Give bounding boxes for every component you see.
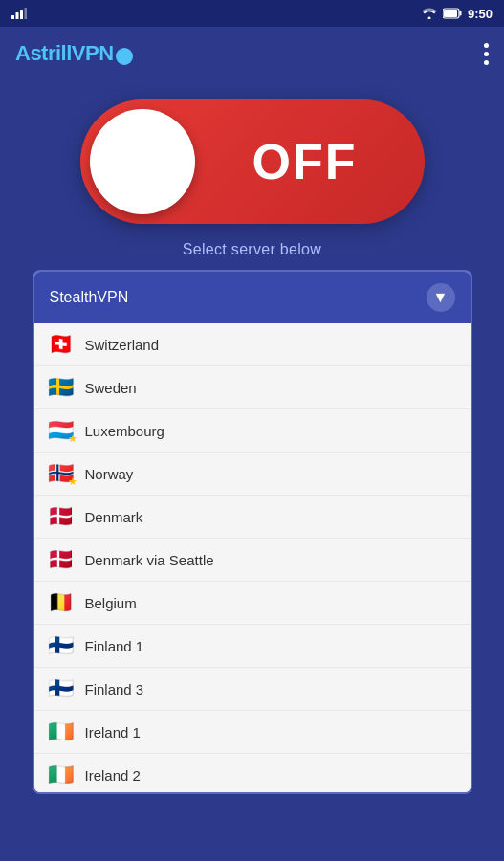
server-container: StealthVPN ▼ 🇨🇭Switzerland🇸🇪Sweden🇱🇺★Lux… — [33, 270, 472, 794]
server-name-finland1: Finland 1 — [85, 638, 144, 654]
server-name-luxembourg: Luxembourg — [85, 423, 164, 439]
overflow-menu-icon[interactable] — [484, 43, 489, 65]
flag-finland3: 🇫🇮 — [48, 676, 74, 700]
star-icon: ★ — [68, 475, 77, 488]
flag-denmark-seattle: 🇩🇰 — [48, 547, 74, 571]
server-item-sweden[interactable]: 🇸🇪Sweden — [34, 366, 471, 409]
logo-badge: ® — [116, 48, 133, 65]
flag-switzerland: 🇨🇭 — [48, 332, 74, 356]
server-item-switzerland[interactable]: 🇨🇭Switzerland — [34, 323, 471, 366]
server-item-belgium[interactable]: 🇧🇪Belgium — [34, 582, 471, 625]
server-name-ireland2: Ireland 2 — [85, 767, 141, 784]
app-logo: AstrillVPN® — [15, 41, 133, 66]
server-name-finland3: Finland 3 — [85, 681, 144, 697]
battery-icon — [443, 8, 462, 19]
wifi-icon — [422, 8, 437, 19]
svg-rect-1 — [16, 12, 19, 19]
server-name-belgium: Belgium — [85, 595, 137, 611]
status-bar-right: 9:50 — [422, 7, 493, 21]
server-name-sweden: Sweden — [85, 380, 137, 396]
server-item-finland3[interactable]: 🇫🇮Finland 3 — [34, 668, 471, 711]
flag-ireland2: 🇮🇪 — [48, 762, 74, 786]
flag-belgium: 🇧🇪 — [48, 590, 74, 614]
status-bar-left — [11, 8, 27, 19]
logo-astrill: Astrill — [15, 41, 72, 65]
protocol-label: StealthVPN — [50, 289, 129, 306]
star-icon: ★ — [68, 432, 77, 445]
top-bar: AstrillVPN® — [0, 27, 504, 80]
server-name-denmark-seattle: Denmark via Seattle — [85, 552, 214, 568]
server-name-switzerland: Switzerland — [85, 337, 160, 353]
server-list: 🇨🇭Switzerland🇸🇪Sweden🇱🇺★Luxembourg🇳🇴★Nor… — [34, 323, 471, 792]
server-item-finland1[interactable]: 🇫🇮Finland 1 — [34, 625, 471, 668]
svg-rect-3 — [25, 8, 28, 19]
server-item-luxembourg[interactable]: 🇱🇺★Luxembourg — [34, 409, 471, 453]
server-item-norway[interactable]: 🇳🇴★Norway — [34, 453, 471, 496]
svg-rect-6 — [444, 10, 457, 17]
status-bar: 9:50 — [0, 0, 504, 27]
server-item-denmark[interactable]: 🇩🇰Denmark — [34, 496, 471, 539]
flag-finland1: 🇫🇮 — [48, 633, 74, 657]
server-name-ireland1: Ireland 1 — [85, 724, 141, 740]
server-name-denmark: Denmark — [85, 509, 143, 525]
flag-sweden: 🇸🇪 — [48, 375, 74, 399]
server-item-denmark-seattle[interactable]: 🇩🇰Denmark via Seattle — [34, 539, 471, 582]
main-content: OFF Select server below StealthVPN ▼ 🇨🇭S… — [0, 80, 504, 804]
flag-ireland1: 🇮🇪 — [48, 719, 74, 743]
server-item-ireland2[interactable]: 🇮🇪Ireland 2 — [34, 754, 471, 792]
svg-rect-0 — [11, 15, 14, 19]
select-server-label: Select server below — [183, 241, 321, 258]
svg-rect-5 — [459, 11, 461, 16]
flag-denmark: 🇩🇰 — [48, 504, 74, 528]
logo-vpn: VPN — [72, 41, 114, 65]
svg-rect-2 — [20, 10, 23, 19]
vpn-toggle[interactable]: OFF — [80, 99, 425, 224]
toggle-label: OFF — [195, 133, 415, 190]
protocol-selector[interactable]: StealthVPN ▼ — [34, 272, 471, 323]
clock: 9:50 — [468, 7, 493, 21]
signal-icon — [11, 8, 27, 19]
server-name-norway: Norway — [85, 466, 134, 482]
toggle-knob — [90, 109, 195, 214]
chevron-down-icon[interactable]: ▼ — [427, 283, 455, 312]
logo-text: AstrillVPN® — [15, 41, 133, 66]
server-item-ireland1[interactable]: 🇮🇪Ireland 1 — [34, 711, 471, 754]
